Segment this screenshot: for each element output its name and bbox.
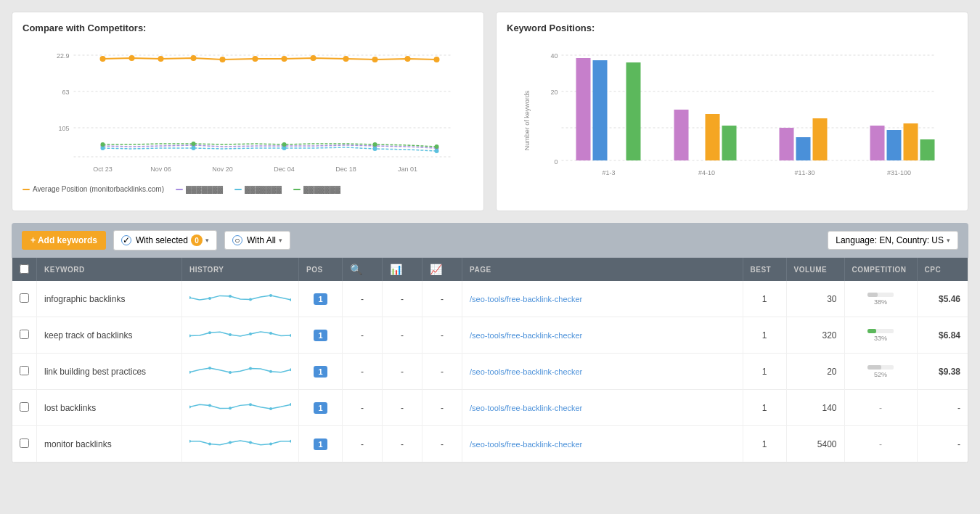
row-checkbox[interactable] [20,293,29,303]
svg-point-82 [290,368,291,371]
row-pos: 1 [299,281,343,317]
svg-point-36 [192,142,196,146]
svg-rect-48 [576,58,591,160]
row-history [182,317,299,354]
svg-point-87 [269,407,272,410]
svg-text:#4-10: #4-10 [698,169,715,176]
circle-icon: ○ [232,235,242,245]
svg-text:0: 0 [554,158,558,166]
svg-point-83 [189,405,191,408]
page-link[interactable]: /seo-tools/free-backlink-checker [470,404,582,412]
row-history [182,426,299,462]
header-best[interactable]: BEST [743,258,786,281]
header-pos[interactable]: POS [299,258,343,281]
svg-point-16 [191,55,197,61]
row-keyword: monitor backlinks [37,426,182,462]
row-volume: 140 [786,390,844,426]
svg-point-81 [269,370,272,373]
row-pos: 1 [299,317,343,354]
table-header: KEYWORD HISTORY POS 🔍 📊 📈 PAGE BEST VOLU… [12,258,968,281]
svg-text:Jan 01: Jan 01 [398,166,417,173]
row-icon2: - [383,281,422,317]
row-checkbox[interactable] [20,438,29,448]
header-cpc[interactable]: CPC [917,258,968,281]
legend-item-comp3: ▓▓▓▓▓▓▓ [293,185,340,193]
with-selected-button[interactable]: ✓ With selected 0 ▾ [113,230,217,250]
row-keyword: link building best practices [37,354,182,390]
header-volume[interactable]: VOLUME [786,258,844,281]
page-link[interactable]: /seo-tools/free-backlink-checker [470,440,582,449]
row-checkbox[interactable] [20,330,29,339]
svg-point-86 [249,403,252,406]
row-pos: 1 [299,354,343,390]
row-volume: 320 [786,317,844,354]
add-keywords-button[interactable]: + Add keywords [22,231,106,250]
row-check-cell [12,281,37,317]
selected-count-badge: 0 [191,234,203,246]
header-keyword[interactable]: KEYWORD [37,258,182,281]
svg-rect-60 [920,139,935,160]
toolbar: + Add keywords ✓ With selected 0 ▾ ○ Wit… [12,223,968,258]
row-volume: 20 [786,354,844,390]
svg-point-76 [290,334,291,337]
legend-item-comp1: ▓▓▓▓▓▓▓ [176,185,223,193]
svg-point-88 [290,403,291,406]
row-icon1: - [343,281,383,317]
with-all-button[interactable]: ○ With All ▾ [224,231,290,250]
header-history[interactable]: HISTORY [182,258,299,281]
row-pos: 1 [299,390,343,426]
row-page: /seo-tools/free-backlink-checker [462,390,743,426]
header-icon2: 📊 [383,258,422,281]
page-link[interactable]: /seo-tools/free-backlink-checker [470,367,582,376]
svg-rect-59 [904,123,918,160]
row-cpc: $9.38 [917,354,968,390]
header-icon3: 📈 [422,258,462,281]
svg-point-65 [189,296,191,299]
language-selector-button[interactable]: Language: EN, Country: US ▾ [828,231,958,250]
svg-text:105: 105 [58,125,69,132]
compare-competitors-panel: Compare with Competitors: 22.9 63 105 Oc… [12,12,484,211]
header-competition[interactable]: COMPETITION [844,258,917,281]
row-history [182,281,299,317]
svg-point-93 [269,442,272,445]
svg-point-72 [208,331,211,334]
svg-point-66 [208,297,211,300]
check-circle-icon: ✓ [121,235,131,245]
svg-point-68 [249,298,252,301]
svg-rect-55 [796,137,811,160]
svg-text:Dec 04: Dec 04 [274,166,295,173]
svg-point-84 [208,404,211,407]
svg-point-18 [253,56,258,62]
row-keyword: keep track of backlinks [37,317,182,354]
keyword-positions-panel: Keyword Positions: Number of keywords 40… [496,12,968,211]
svg-rect-49 [593,60,608,160]
row-page: /seo-tools/free-backlink-checker [462,317,743,354]
legend-label-monitorbacklinks: Average Position (monitorbacklinks.com) [33,185,164,193]
svg-rect-54 [780,128,794,160]
pos-badge: 1 [314,366,327,378]
svg-rect-58 [887,130,902,160]
row-checkbox[interactable] [20,366,29,375]
svg-point-15 [158,56,164,62]
svg-point-13 [100,56,106,62]
with-all-chevron-icon: ▾ [279,237,282,244]
svg-rect-57 [870,126,885,160]
header-page[interactable]: PAGE [462,258,743,281]
row-best: 1 [743,354,786,390]
table-container: KEYWORD HISTORY POS 🔍 📊 📈 PAGE BEST VOLU… [12,258,968,463]
svg-rect-51 [674,110,689,160]
svg-point-31 [192,146,196,150]
page-link[interactable]: /seo-tools/free-backlink-checker [470,295,582,303]
compare-competitors-title: Compare with Competitors: [23,23,473,33]
row-competition: 52% [844,354,917,390]
svg-point-22 [372,57,378,62]
pos-badge: 1 [314,293,327,305]
svg-text:Dec 18: Dec 18 [335,166,356,173]
row-icon3: - [422,354,462,390]
svg-text:Nov 06: Nov 06 [150,166,171,173]
svg-point-37 [282,142,287,147]
page-link[interactable]: /seo-tools/free-backlink-checker [470,331,582,340]
row-checkbox[interactable] [20,402,29,412]
svg-text:40: 40 [550,52,558,60]
select-all-checkbox[interactable] [20,264,29,274]
